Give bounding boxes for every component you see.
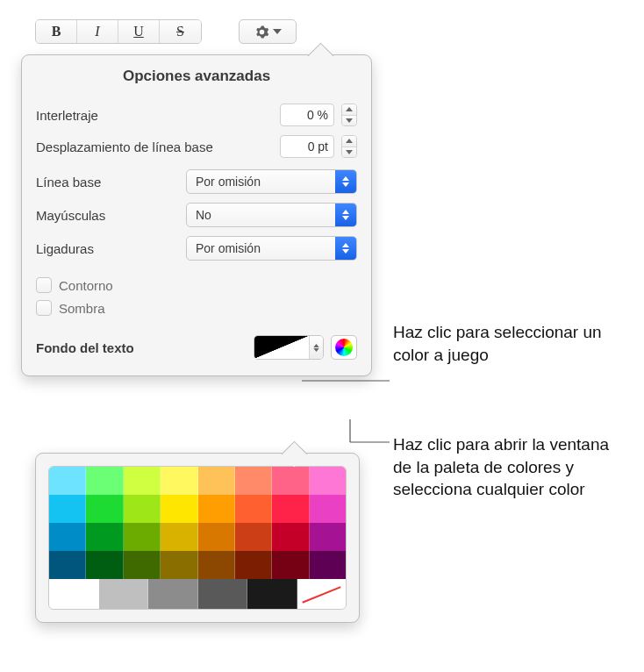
callout-wheel: Haz clic para abrir la ventana de la pal… — [393, 433, 630, 501]
callout-swatch: Haz clic para seleccionar un color a jue… — [393, 321, 604, 366]
